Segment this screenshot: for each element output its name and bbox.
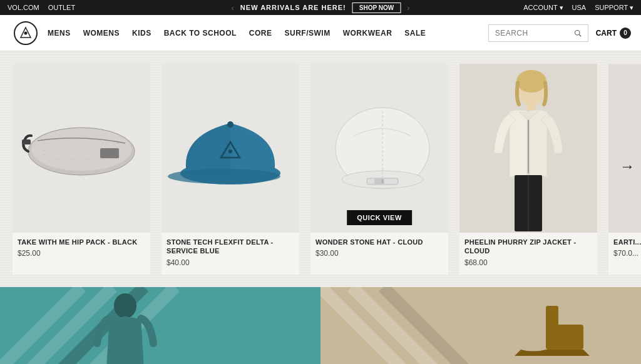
product-price-5: $70.0... bbox=[613, 249, 641, 258]
nav-kids[interactable]: KIDS bbox=[132, 29, 151, 38]
product-name-1: TAKE WITH ME HIP PACK - BLACK bbox=[18, 238, 145, 246]
product-name-3: WONDER STONE HAT - CLOUD bbox=[315, 238, 443, 246]
outlet-link[interactable]: OUTLET bbox=[48, 4, 75, 11]
logo-area[interactable] bbox=[10, 18, 41, 49]
product-info-2: STONE TECH FLEXFIT DELTA - SERVICE BLUE … bbox=[162, 233, 299, 275]
announcement-right-links: ACCOUNT ▾ USA SUPPORT ▾ bbox=[523, 4, 633, 12]
banner-left[interactable] bbox=[0, 287, 320, 364]
nav-workwear[interactable]: WORKWEAR bbox=[343, 29, 392, 38]
product-card-3[interactable]: QUICK VIEW WONDER STONE HAT - CLOUD $30.… bbox=[310, 64, 448, 275]
product-name-2: STONE TECH FLEXFIT DELTA - SERVICE BLUE bbox=[167, 238, 294, 256]
nav-core[interactable]: CORE bbox=[249, 29, 272, 38]
svg-point-30 bbox=[114, 293, 136, 318]
banner-right[interactable] bbox=[320, 287, 641, 364]
products-section: TAKE WITH ME HIP PACK - BLACK $25.00 bbox=[0, 51, 641, 287]
svg-point-1 bbox=[24, 31, 28, 34]
cart-label: CART bbox=[596, 29, 617, 38]
svg-point-10 bbox=[227, 121, 233, 128]
jacket-model-svg bbox=[466, 64, 591, 233]
svg-rect-18 bbox=[382, 179, 383, 183]
svg-point-20 bbox=[516, 70, 546, 93]
product-image-1 bbox=[13, 64, 150, 233]
announcement-prev-arrow[interactable]: ‹ bbox=[232, 3, 234, 13]
nav-mens[interactable]: MENS bbox=[48, 29, 71, 38]
product-card-1[interactable]: TAKE WITH ME HIP PACK - BLACK $25.00 bbox=[13, 64, 150, 275]
svg-line-3 bbox=[579, 34, 581, 36]
product-image-2 bbox=[162, 64, 299, 233]
banners-section bbox=[0, 287, 641, 364]
cart-count: 0 bbox=[620, 28, 631, 39]
vol-com-link[interactable]: VOL.COM bbox=[8, 4, 39, 11]
shop-now-button[interactable]: SHOP NOW bbox=[352, 3, 401, 13]
banner-left-image bbox=[0, 287, 320, 364]
search-input[interactable] bbox=[495, 29, 570, 38]
product-name-5: EARTI... bbox=[613, 238, 641, 246]
blue-hat-svg bbox=[168, 86, 293, 211]
products-grid: TAKE WITH ME HIP PACK - BLACK $25.00 bbox=[13, 64, 641, 275]
product-info-5: EARTI... $70.0... bbox=[608, 233, 641, 265]
search-icon bbox=[574, 28, 582, 38]
svg-rect-35 bbox=[546, 325, 583, 350]
product-name-4: PHEELIN PHURRY ZIP JACKET - CLOUD bbox=[464, 238, 592, 256]
product-price-2: $40.00 bbox=[167, 258, 294, 267]
svg-point-12 bbox=[228, 149, 232, 153]
product-card-2[interactable]: STONE TECH FLEXFIT DELTA - SERVICE BLUE … bbox=[162, 64, 299, 275]
svg-rect-7 bbox=[100, 148, 119, 158]
svg-rect-36 bbox=[546, 306, 558, 328]
product-info-3: WONDER STONE HAT - CLOUD $30.00 bbox=[310, 233, 448, 265]
product-price-1: $25.00 bbox=[18, 249, 145, 258]
support-link[interactable]: SUPPORT ▾ bbox=[595, 4, 633, 12]
nav-womens[interactable]: WOMENS bbox=[83, 29, 120, 38]
product-info-4: PHEELIN PHURRY ZIP JACKET - CLOUD $68.00 bbox=[459, 233, 597, 275]
product-image-5 bbox=[608, 64, 641, 233]
svg-point-13 bbox=[168, 169, 280, 184]
white-hat-svg bbox=[317, 86, 442, 211]
product-info-1: TAKE WITH ME HIP PACK - BLACK $25.00 bbox=[13, 233, 150, 265]
account-link[interactable]: ACCOUNT ▾ bbox=[523, 4, 563, 12]
announcement-message: NEW ARRIVALS ARE HERE! bbox=[240, 4, 346, 11]
product-card-4[interactable]: PHEELIN PHURRY ZIP JACKET - CLOUD $68.00 bbox=[459, 64, 597, 275]
hip-pack-svg bbox=[19, 117, 144, 179]
country-link[interactable]: USA bbox=[572, 4, 587, 11]
product-image-3: QUICK VIEW bbox=[310, 64, 448, 233]
product-price-4: $68.00 bbox=[464, 258, 592, 267]
main-nav: MENS WOMENS KIDS BACK TO SCHOOL CORE SUR… bbox=[0, 15, 641, 51]
announcement-left-links: VOL.COM OUTLET bbox=[8, 4, 75, 11]
nav-right: CART 0 bbox=[488, 24, 631, 42]
nav-back-to-school[interactable]: BACK TO SCHOOL bbox=[164, 29, 237, 38]
svg-rect-6 bbox=[22, 139, 31, 144]
product-price-3: $30.00 bbox=[315, 249, 443, 258]
logo-icon bbox=[14, 21, 38, 45]
announcement-bar: VOL.COM OUTLET ‹ NEW ARRIVALS ARE HERE! … bbox=[0, 0, 641, 15]
svg-point-2 bbox=[575, 30, 580, 35]
search-bar[interactable] bbox=[488, 24, 588, 42]
cart-area[interactable]: CART 0 bbox=[596, 28, 631, 39]
banner-right-image bbox=[320, 287, 641, 364]
products-next-arrow[interactable]: → bbox=[616, 156, 638, 178]
announcement-next-arrow[interactable]: › bbox=[407, 3, 409, 13]
nav-links: MENS WOMENS KIDS BACK TO SCHOOL CORE SUR… bbox=[48, 29, 488, 38]
nav-sale[interactable]: SALE bbox=[404, 29, 426, 38]
product-image-4 bbox=[459, 64, 597, 233]
quick-view-button-3[interactable]: QUICK VIEW bbox=[347, 210, 412, 225]
announcement-center: ‹ NEW ARRIVALS ARE HERE! SHOP NOW › bbox=[232, 3, 410, 13]
nav-surf-swim[interactable]: SURF/SWIM bbox=[284, 29, 330, 38]
